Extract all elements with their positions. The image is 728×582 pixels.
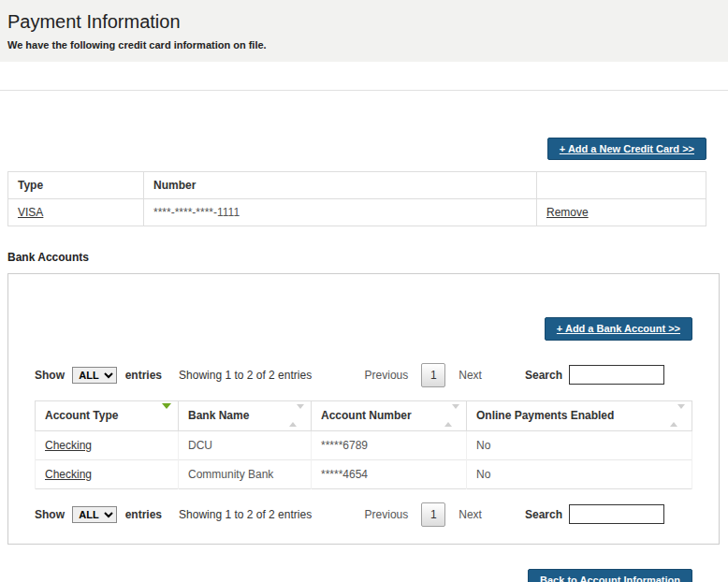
- showing-entries-info-bottom: Showing 1 to 2 of 2 entries: [179, 508, 312, 521]
- previous-button-bottom[interactable]: Previous: [359, 504, 415, 525]
- credit-card-table: Type Number VISA ****-****-****-1111 Rem…: [7, 171, 706, 226]
- entries-length-control-bottom: Show ALL entries: [35, 506, 162, 523]
- bank-accounts-label: Bank Accounts: [7, 251, 721, 264]
- entries-select-bottom[interactable]: ALL: [72, 506, 117, 523]
- page-header: Payment Information We have the followin…: [0, 0, 728, 62]
- search-input-top[interactable]: [569, 365, 664, 385]
- entries-label: entries: [125, 508, 162, 521]
- bank-header-row: Account Type Bank Name Account Number On…: [36, 400, 692, 430]
- column-account-number[interactable]: Account Number: [312, 400, 467, 430]
- next-button-top[interactable]: Next: [453, 365, 488, 386]
- column-online-payments[interactable]: Online Payments Enabled: [467, 400, 692, 430]
- remove-credit-card-link[interactable]: Remove: [546, 206, 589, 219]
- credit-card-type-link[interactable]: VISA: [18, 206, 43, 219]
- account-type-link[interactable]: Checking: [45, 439, 92, 452]
- online-payments-cell: No: [467, 459, 692, 488]
- page-subtitle: We have the following credit card inform…: [7, 39, 721, 51]
- page-1-button-top[interactable]: 1: [421, 363, 445, 387]
- credit-card-number: ****-****-****-1111: [144, 199, 537, 226]
- header-divider: [0, 90, 728, 91]
- cc-column-number: Number: [144, 172, 537, 199]
- table-controls-top: Show ALL entries Showing 1 to 2 of 2 ent…: [35, 363, 692, 387]
- page-1-button-bottom[interactable]: 1: [421, 502, 445, 527]
- table-row: VISA ****-****-****-1111 Remove: [8, 199, 706, 226]
- bank-name-cell: DCU: [179, 430, 312, 459]
- cc-type-cell: VISA: [8, 199, 144, 226]
- entries-select-top[interactable]: ALL: [72, 367, 117, 384]
- account-number-cell: *****6789: [312, 430, 467, 459]
- cc-action-cell: Remove: [537, 199, 706, 226]
- search-label: Search: [525, 369, 562, 382]
- search-control-top: Search: [525, 365, 664, 385]
- account-number-cell: *****4654: [312, 459, 467, 488]
- cc-column-action: [537, 172, 706, 199]
- page-title: Payment Information: [7, 11, 721, 33]
- bank-accounts-table: Account Type Bank Name Account Number On…: [35, 400, 692, 489]
- footer-button-row: Back to Account Information: [0, 569, 692, 582]
- online-payments-cell: No: [467, 430, 692, 459]
- credit-card-button-row: + Add a New Credit Card >>: [7, 138, 706, 160]
- entries-label: entries: [125, 369, 162, 382]
- pagination-bottom: Previous 1 Next: [359, 502, 488, 527]
- account-type-link[interactable]: Checking: [45, 468, 92, 481]
- show-label: Show: [35, 508, 65, 521]
- column-bank-name[interactable]: Bank Name: [179, 400, 312, 430]
- column-account-type[interactable]: Account Type: [36, 400, 179, 430]
- add-bank-account-button[interactable]: + Add a Bank Account >>: [545, 317, 692, 340]
- back-to-account-information-button[interactable]: Back to Account Information: [528, 569, 692, 582]
- bank-name-cell: Community Bank: [179, 459, 312, 488]
- showing-entries-info-top: Showing 1 to 2 of 2 entries: [179, 369, 312, 382]
- entries-length-control-top: Show ALL entries: [35, 367, 162, 384]
- next-button-bottom[interactable]: Next: [453, 504, 488, 525]
- credit-card-section: + Add a New Credit Card >> Type Number V…: [7, 138, 706, 226]
- table-controls-bottom: Show ALL entries Showing 1 to 2 of 2 ent…: [35, 502, 692, 527]
- cc-column-type: Type: [8, 172, 144, 199]
- table-row: Checking DCU *****6789 No: [36, 430, 692, 459]
- account-type-cell: Checking: [36, 459, 179, 488]
- payment-information-page: Payment Information We have the followin…: [0, 0, 728, 582]
- credit-card-header-row: Type Number: [8, 172, 706, 199]
- bank-accounts-panel: + Add a Bank Account >> Show ALL entries…: [7, 273, 720, 544]
- search-control-bottom: Search: [525, 504, 664, 524]
- add-credit-card-button[interactable]: + Add a New Credit Card >>: [547, 138, 706, 160]
- search-label: Search: [525, 508, 562, 521]
- show-label: Show: [35, 369, 65, 382]
- table-row: Checking Community Bank *****4654 No: [36, 459, 692, 488]
- pagination-top: Previous 1 Next: [359, 363, 488, 387]
- bank-button-row: + Add a Bank Account >>: [35, 317, 692, 340]
- account-type-cell: Checking: [36, 430, 179, 459]
- search-input-bottom[interactable]: [569, 504, 664, 524]
- previous-button-top[interactable]: Previous: [359, 365, 415, 386]
